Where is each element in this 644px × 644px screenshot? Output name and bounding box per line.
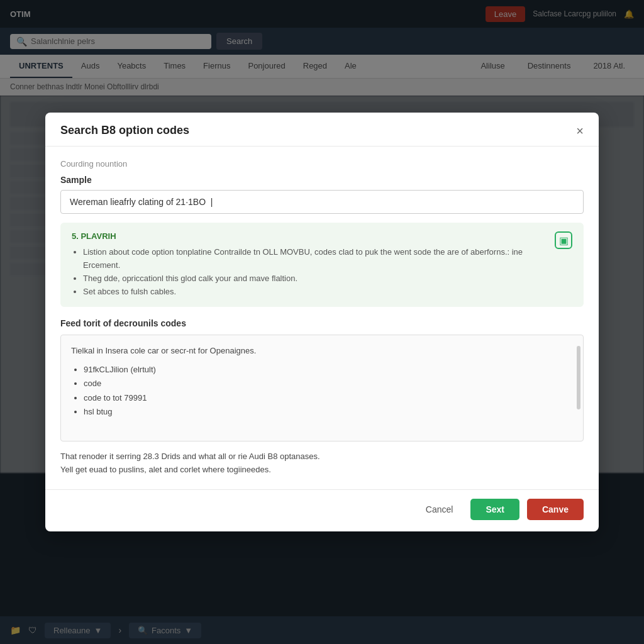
next-button[interactable]: Sext [470, 499, 519, 520]
modal-close-button[interactable]: × [576, 125, 584, 137]
info-box: 5. PLAVRIH Listion about code option ton… [60, 223, 584, 307]
result-footer-line-2: Yell get euad to puslins, alet and corle… [60, 464, 584, 477]
result-box[interactable]: Tielkal in Insera cole car or secr-nt fo… [60, 335, 584, 441]
result-section-heading: Feed torit of decrounils codes [60, 318, 584, 328]
info-box-content: 5. PLAVRIH Listion about code option ton… [72, 231, 547, 298]
modal-overlay: Search B8 option codes × Courding nounti… [0, 0, 644, 644]
info-item-3: Set abces to fulsh cables. [83, 286, 547, 299]
sample-heading: Sample [60, 175, 584, 185]
info-icon: ▣ [555, 231, 572, 249]
info-item-1: Listion about code option tonplatine Con… [83, 246, 547, 272]
info-box-title: 5. PLAVRIH [72, 231, 547, 241]
modal-footer: Cancel Sext Canve [45, 489, 599, 531]
result-item-3: code to tot 79991 [84, 391, 573, 405]
result-footer-line-1: That renoder it serring 28.3 Drids and w… [60, 450, 584, 464]
scrollbar[interactable] [577, 346, 580, 409]
checkmark-icon: ▣ [559, 235, 569, 247]
modal-title: Search B8 option codes [60, 124, 189, 137]
info-item-2: Theg dde, opriccationl this glod calk yo… [83, 272, 547, 286]
modal-dialog: Search B8 option codes × Courding nounti… [45, 113, 599, 531]
sample-input[interactable] [60, 190, 584, 214]
result-item-4: hsl btug [84, 405, 573, 419]
courding-label: Courding nountion [60, 159, 584, 169]
modal-header: Search B8 option codes × [45, 113, 599, 147]
result-list: 91fkCLJilion (elrtult) code code to tot … [84, 363, 573, 418]
result-item-1: 91fkCLJilion (elrtult) [84, 363, 573, 377]
close-modal-button[interactable]: Canve [527, 499, 584, 520]
result-footer: That renoder it serring 28.3 Drids and w… [60, 450, 584, 477]
info-box-list: Listion about code option tonplatine Con… [83, 246, 547, 298]
modal-body: Courding nountion Sample 5. PLAVRIH List… [45, 147, 599, 489]
cancel-button[interactable]: Cancel [416, 499, 464, 519]
result-item-2: code [84, 377, 573, 391]
result-intro: Tielkal in Insera cole car or secr-nt fo… [71, 344, 573, 358]
